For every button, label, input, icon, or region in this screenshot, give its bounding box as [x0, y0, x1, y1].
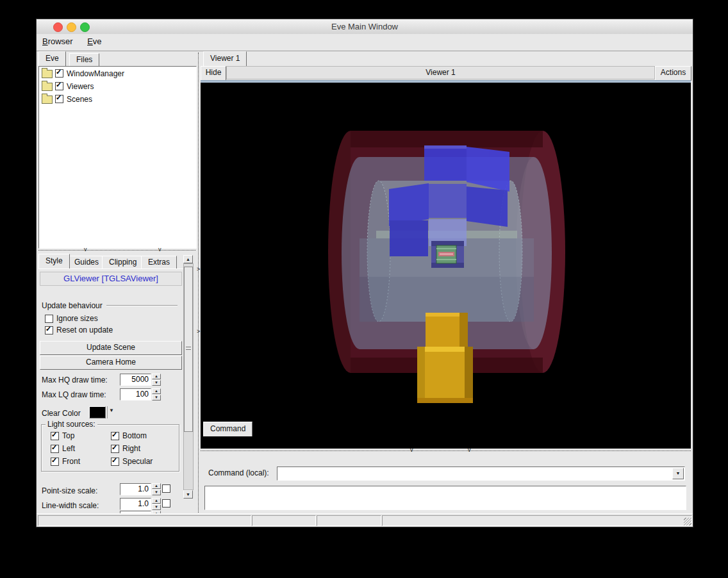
check-icon: ✓ — [51, 443, 57, 452]
tab-style[interactable]: Style — [38, 254, 70, 268]
gl-style-panel: Style Guides Clipping Extras GLViewer [T… — [38, 254, 195, 513]
check-icon: ✓ — [46, 325, 51, 333]
eve-tree-panel: ✓ WindowManager ✓ Viewers ✓ Scenes — [38, 66, 197, 249]
point-size-value[interactable]: 1.0 — [120, 483, 151, 495]
tab-guides[interactable]: Guides — [67, 256, 106, 268]
divider — [106, 305, 178, 306]
light-sources-title: Light sources: — [46, 420, 97, 429]
tree-item-viewers[interactable]: ✓ Viewers — [39, 79, 196, 92]
spin-down-button[interactable]: ▼ — [152, 380, 161, 386]
title-bar[interactable]: Eve Main Window — [37, 19, 693, 35]
light-bottom-label: Bottom — [122, 431, 147, 440]
tree-item-label: WindowManager — [67, 69, 124, 78]
light-specular-checkbox[interactable]: ✓ — [111, 458, 119, 466]
tree-checkbox[interactable]: ✓ — [55, 69, 63, 78]
tab-eve[interactable]: Eve — [38, 51, 66, 66]
command-horizontal-splitter[interactable]: v v — [201, 450, 691, 454]
actions-button[interactable]: Actions — [655, 66, 691, 81]
clear-color-swatch[interactable] — [89, 406, 106, 418]
combo-dropdown-arrow[interactable]: ▼ — [672, 468, 684, 479]
line-width-checkbox[interactable] — [162, 499, 170, 508]
style-tabrow: Style Guides Clipping Extras — [38, 254, 195, 268]
tree-item-scenes[interactable]: ✓ Scenes — [39, 92, 196, 105]
check-icon: ✓ — [112, 443, 117, 452]
scroll-up-button[interactable]: ▲ — [183, 255, 193, 263]
spin-down-button[interactable]: ▼ — [152, 490, 161, 495]
check-icon: ✓ — [51, 456, 57, 465]
spin-up-button[interactable]: ▲ — [152, 388, 161, 394]
scrollbar-thumb[interactable] — [184, 267, 193, 432]
viewer-area: Viewer 1 Hide Viewer 1 Actions — [201, 51, 691, 513]
tree-checkbox[interactable]: ✓ — [55, 95, 63, 103]
max-hq-value[interactable]: 5000 — [120, 374, 151, 386]
point-size-checkbox[interactable] — [162, 484, 170, 493]
style-vertical-scrollbar[interactable] — [183, 263, 194, 490]
tab-extras[interactable]: Extras — [141, 256, 177, 268]
tab-clipping[interactable]: Clipping — [102, 256, 144, 268]
command-local-label: Command (local): — [208, 468, 269, 477]
spin-up-button[interactable]: ▲ — [152, 498, 161, 504]
zoom-window-button[interactable] — [80, 22, 90, 32]
light-left-row: ✓ Left — [51, 444, 75, 453]
light-front-checkbox[interactable]: ✓ — [51, 458, 59, 466]
light-left-label: Left — [62, 444, 75, 453]
max-lq-value[interactable]: 100 — [120, 388, 151, 400]
light-specular-row: ✓ Specular — [111, 457, 153, 466]
tab-viewer-1[interactable]: Viewer 1 — [203, 51, 247, 66]
ignore-sizes-checkbox[interactable] — [45, 315, 53, 323]
light-top-row: ✓ Top — [51, 431, 74, 440]
chevron-down-icon: v — [410, 448, 413, 452]
spin-down-button[interactable]: ▼ — [152, 395, 161, 400]
command-output-area[interactable] — [204, 486, 686, 510]
light-right-label: Right — [122, 444, 140, 453]
spin-up-button[interactable]: ▲ — [152, 483, 161, 489]
point-size-spinner: 1.0 ▲▼ — [120, 483, 161, 495]
chevron-down-icon: v — [468, 448, 471, 452]
max-lq-label: Max LQ draw time: — [42, 388, 106, 400]
glviewer-caption[interactable]: GLViewer [TGLSAViewer] — [40, 272, 182, 286]
light-right-checkbox[interactable]: ✓ — [111, 445, 119, 453]
light-right-row: ✓ Right — [111, 444, 140, 453]
clear-color-dropdown-arrow[interactable]: ▼ — [109, 408, 114, 413]
tree-item-label: Viewers — [67, 82, 94, 91]
spin-down-button[interactable]: ▼ — [152, 504, 161, 510]
gl-viewport[interactable] — [201, 83, 691, 449]
light-top-checkbox[interactable]: ✓ — [51, 432, 59, 440]
tab-files[interactable]: Files — [69, 53, 99, 66]
menu-browser[interactable]: Browser — [37, 34, 79, 46]
status-segment — [382, 515, 692, 526]
check-icon: ✓ — [56, 94, 62, 102]
tab-command[interactable]: Command — [203, 422, 252, 436]
command-input[interactable] — [277, 467, 676, 479]
scroll-down-button[interactable]: ▼ — [183, 490, 193, 499]
light-top-label: Top — [62, 431, 74, 440]
reset-on-update-row: ✓ Reset on update — [45, 326, 113, 334]
camera-home-button[interactable]: Camera Home — [40, 356, 182, 370]
viewer-title[interactable]: Viewer 1 — [226, 66, 655, 79]
spin-up-button[interactable]: ▲ — [152, 374, 161, 379]
browser-tabrow: Eve Files — [38, 51, 195, 66]
resize-grip[interactable] — [684, 518, 691, 525]
light-bottom-checkbox[interactable]: ✓ — [111, 432, 119, 440]
command-combobox[interactable]: ▼ — [277, 467, 685, 481]
menu-eve[interactable]: Eve — [81, 34, 107, 46]
viewer-toolbar: Hide Viewer 1 Actions — [201, 66, 691, 80]
minimize-window-button[interactable] — [67, 22, 76, 32]
chevron-right-icon: > — [197, 267, 200, 271]
hide-button[interactable]: Hide — [201, 66, 226, 81]
close-window-button[interactable] — [53, 22, 63, 32]
light-sources-groupbox: Light sources: ✓ Top ✓ Bottom ✓ Left ✓ R… — [41, 424, 179, 472]
tree-checkbox[interactable]: ✓ — [55, 82, 63, 90]
light-left-checkbox[interactable]: ✓ — [51, 445, 59, 453]
check-icon: ✓ — [112, 456, 117, 465]
update-scene-button[interactable]: Update Scene — [40, 341, 182, 355]
line-width-value[interactable]: 1.0 — [120, 498, 151, 510]
command-row: Command (local): ▼ — [201, 466, 691, 481]
max-hq-label: Max HQ draw time: — [42, 374, 108, 386]
light-front-row: ✓ Front — [51, 457, 80, 466]
reset-on-update-checkbox[interactable]: ✓ — [45, 326, 53, 334]
tree-item-windowmanager[interactable]: ✓ WindowManager — [39, 67, 196, 79]
window-title: Eve Main Window — [37, 19, 693, 34]
check-icon: ✓ — [56, 68, 62, 76]
eve-main-window: Eve Main Window Browser Eve Eve Files ✓ … — [37, 19, 693, 527]
